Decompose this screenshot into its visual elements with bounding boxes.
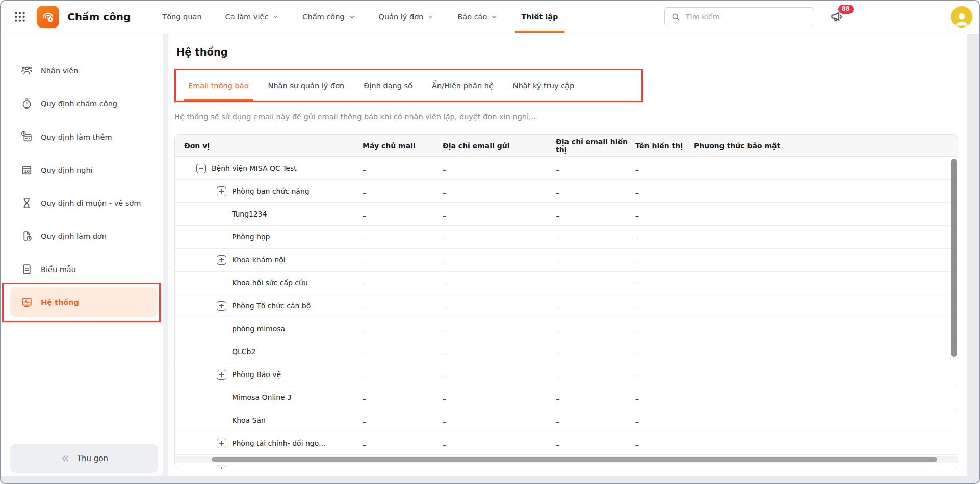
sidebar-menu: Nhân viênQuy định chấm côngQuy định làm … — [1, 34, 163, 317]
empty-value: – — [443, 349, 446, 357]
search-icon — [671, 12, 681, 22]
top-nav: Tổng quanCa làm việcChấm côngQuản lý đơn… — [162, 1, 558, 33]
unit-name: Khoa khám nội — [232, 256, 286, 264]
tab-label: Ẩn/Hiện phân hệ — [432, 82, 494, 90]
users-icon — [20, 64, 33, 77]
sidebar-item-quy-dinh-di-muon-ve-som[interactable]: Quy định đi muộn - về sớm — [1, 186, 163, 220]
empty-value: – — [443, 166, 446, 174]
empty-cell: – — [635, 187, 694, 195]
empty-cell: – — [363, 370, 443, 379]
tab-email-thong-bao[interactable]: Email thông báo — [188, 70, 249, 101]
unit-name: Phòng ban chức năng — [232, 187, 310, 195]
empty-value: – — [635, 257, 639, 265]
app-body: Nhân viênQuy định chấm côngQuy định làm … — [1, 34, 979, 476]
table-row[interactable]: Phòng Bảo vệ–––– — [175, 363, 958, 386]
empty-cell: – — [443, 256, 556, 264]
tab-nhat-ky-truy-cap[interactable]: Nhật ký truy cập — [513, 70, 574, 101]
double-chevron-left-icon — [60, 453, 70, 464]
nav-item-bao-cao[interactable]: Báo cáo — [457, 1, 498, 33]
sidebar-item-nhan-vien[interactable]: Nhân viên — [1, 54, 163, 87]
expand-node-button[interactable] — [217, 255, 226, 265]
empty-cell: – — [556, 302, 635, 310]
empty-cell: – — [363, 347, 443, 356]
sidebar-item-quy-dinh-lam-don[interactable]: Quy định làm đơn — [1, 220, 163, 253]
nav-item-thiet-lap[interactable]: Thiết lập — [521, 1, 558, 33]
unit-name: Phòng tài chính- đối ngo... — [232, 439, 325, 447]
table-row[interactable]: Khoa khám nội–––– — [175, 249, 958, 272]
collapse-node-button[interactable] — [196, 164, 206, 173]
table-row[interactable]: Phòng ban chức năng–––– — [175, 180, 958, 203]
empty-value: – — [556, 234, 559, 243]
partially-visible-row — [175, 463, 958, 469]
tab-dinh-dang-so[interactable]: Định dạng số — [364, 70, 412, 101]
tab-an-hien-phan-he[interactable]: Ẩn/Hiện phân hệ — [432, 70, 494, 101]
announcement-megaphone-icon[interactable]: 88 — [830, 9, 845, 24]
table-row[interactable]: QLCb2–––– — [175, 340, 958, 363]
app-launcher-grid-icon[interactable] — [13, 10, 27, 23]
empty-cell: – — [443, 325, 556, 333]
sidebar-item-bieu-mau[interactable]: Biểu mẫu — [1, 253, 163, 286]
unit-cell: QLCb2 — [175, 347, 363, 356]
units-table-card: Đơn vịMáy chủ mailĐịa chỉ email gửiĐịa c… — [174, 134, 958, 469]
page-description: Hệ thống sẽ sử dụng email này để gửi ema… — [174, 113, 967, 121]
column-header: Tên hiển thị — [635, 142, 694, 150]
table-header: Đơn vịMáy chủ mailĐịa chỉ email gửiĐịa c… — [175, 135, 958, 157]
empty-value: – — [635, 280, 639, 288]
empty-cell: – — [363, 187, 443, 195]
table-row[interactable]: Khoa Sản–––– — [175, 409, 958, 432]
empty-value: – — [556, 303, 559, 311]
empty-value: – — [635, 395, 639, 403]
table-row[interactable]: Phòng Tổ chức cán bộ–––– — [175, 294, 958, 317]
empty-cell: – — [635, 325, 694, 333]
sidebar-collapse-button[interactable]: Thu gọn — [10, 444, 158, 473]
stopwatch-icon — [20, 97, 33, 110]
empty-value: – — [363, 349, 366, 357]
sidebar-item-quy-dinh-lam-them[interactable]: Quy định làm thêm — [1, 120, 163, 153]
nav-item-tong-quan[interactable]: Tổng quan — [162, 1, 201, 33]
empty-cell: – — [363, 439, 443, 447]
empty-value: – — [363, 418, 366, 426]
empty-value: – — [556, 257, 559, 265]
tab-nhan-su-quan-ly-don[interactable]: Nhân sự quản lý đơn — [268, 70, 345, 101]
table-row[interactable]: Khoa hồi sức cấp cứu–––– — [175, 272, 958, 294]
unit-cell: Khoa hồi sức cấp cứu — [175, 279, 363, 287]
table-row[interactable]: phòng mimosa–––– — [175, 317, 958, 340]
expand-node-button[interactable] — [217, 465, 226, 469]
table-row[interactable]: Phòng tài chính- đối ngo...–––– — [175, 432, 958, 455]
empty-value: – — [635, 189, 639, 197]
empty-value: – — [443, 211, 446, 220]
empty-value: – — [556, 211, 559, 220]
page-title: Hệ thống — [176, 46, 967, 58]
expand-node-button[interactable] — [217, 186, 226, 196]
horizontal-scrollbar-thumb[interactable] — [212, 457, 937, 462]
table-row[interactable]: Mimosa Online 3–––– — [175, 386, 958, 409]
empty-value: – — [443, 372, 446, 380]
sidebar-item-he-thong[interactable]: Hệ thống — [10, 287, 157, 317]
empty-cell: – — [363, 325, 443, 333]
expand-node-button[interactable] — [217, 301, 226, 311]
expand-node-button[interactable] — [217, 439, 226, 448]
search-box — [664, 7, 813, 26]
empty-value: – — [556, 166, 559, 174]
nav-item-ca-lam-viec[interactable]: Ca làm việc — [225, 1, 279, 33]
empty-value: – — [635, 441, 639, 449]
empty-cell: – — [556, 233, 635, 241]
table-row[interactable]: Bệnh viện MISA QC Test–––– — [175, 157, 958, 180]
empty-cell: – — [363, 256, 443, 264]
notification-badge: 88 — [838, 5, 854, 14]
sidebar-item-quy-dinh-nghi[interactable]: 10Quy định nghỉ — [1, 153, 163, 186]
expand-node-button[interactable] — [217, 370, 226, 380]
tab-label: Định dạng số — [364, 82, 412, 90]
sidebar-item-quy-dinh-cham-cong[interactable]: Quy định chấm công — [1, 87, 163, 120]
horizontal-scrollbar[interactable] — [175, 456, 958, 463]
user-avatar[interactable] — [951, 6, 972, 28]
table-row[interactable]: Phòng họp–––– — [175, 226, 958, 249]
search-input[interactable] — [686, 13, 813, 21]
nav-item-cham-cong[interactable]: Chấm công — [302, 1, 355, 33]
table-row[interactable]: Tung1234–––– — [175, 203, 958, 226]
unit-cell: Phòng họp — [175, 233, 363, 241]
unit-name: Tung1234 — [232, 210, 267, 218]
vertical-scrollbar-thumb[interactable] — [951, 159, 957, 357]
empty-value: – — [363, 166, 366, 174]
nav-item-quan-ly-don[interactable]: Quản lý đơn — [379, 1, 434, 33]
